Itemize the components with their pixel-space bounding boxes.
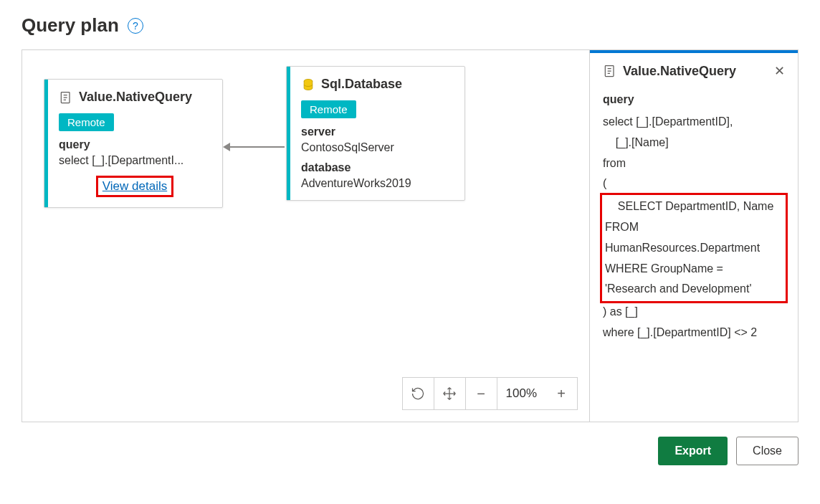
query-value: select [_].[DepartmentI... (59, 154, 211, 167)
query-label: query (59, 138, 211, 151)
reset-view-button[interactable] (403, 378, 434, 409)
arrow-head-icon (223, 143, 230, 151)
server-label: server (301, 125, 453, 138)
node-value-native-query[interactable]: Value.NativeQuery Remote query select [_… (44, 79, 223, 208)
database-value: AdventureWorks2019 (301, 177, 453, 190)
node-title: Sql.Database (321, 77, 402, 92)
reset-icon (411, 386, 425, 401)
help-icon[interactable]: ? (128, 18, 143, 34)
script-icon (59, 90, 73, 105)
zoom-toolbar: − 100% + (402, 377, 578, 410)
export-button[interactable]: Export (658, 437, 728, 465)
zoom-in-button[interactable]: + (545, 378, 577, 409)
query-text-post: ) as [_] where [_].[DepartmentID] <> 2 (603, 302, 785, 343)
dialog-footer: Export Close (22, 437, 798, 465)
fit-view-button[interactable] (434, 378, 466, 409)
node-accent-bar (44, 80, 48, 207)
query-text-pre: select [_].[DepartmentID], [_].[Name] fr… (603, 112, 785, 194)
page-header: Query plan ? (22, 14, 798, 37)
query-plan-canvas: Value.NativeQuery Remote query select [_… (22, 50, 590, 422)
query-text-highlight: SELECT DepartmentID, Name FROM HumanReso… (600, 193, 788, 303)
page-title: Query plan (22, 14, 119, 37)
database-icon (301, 77, 315, 92)
view-details-highlight: View details (96, 176, 173, 197)
panel-title: Value.NativeQuery (623, 64, 768, 79)
remote-badge: Remote (301, 100, 356, 118)
script-icon (603, 64, 617, 78)
zoom-level: 100% (497, 386, 545, 401)
pan-icon (442, 386, 457, 401)
zoom-out-button[interactable]: − (466, 378, 497, 409)
close-button[interactable]: Close (736, 437, 798, 465)
panel-section-label: query (603, 93, 785, 106)
server-value: ContosoSqlServer (301, 141, 453, 154)
close-panel-button[interactable]: ✕ (774, 63, 785, 79)
node-title: Value.NativeQuery (79, 90, 192, 105)
remote-badge: Remote (59, 113, 114, 131)
main-area: Value.NativeQuery Remote query select [_… (22, 49, 798, 422)
database-label: database (301, 161, 453, 174)
view-details-link[interactable]: View details (102, 179, 167, 193)
node-sql-database[interactable]: Sql.Database Remote server ContosoSqlSer… (286, 66, 465, 201)
details-panel: Value.NativeQuery ✕ query select [_].[De… (590, 50, 798, 422)
arrow-connector (229, 146, 285, 148)
node-accent-bar (287, 67, 290, 200)
